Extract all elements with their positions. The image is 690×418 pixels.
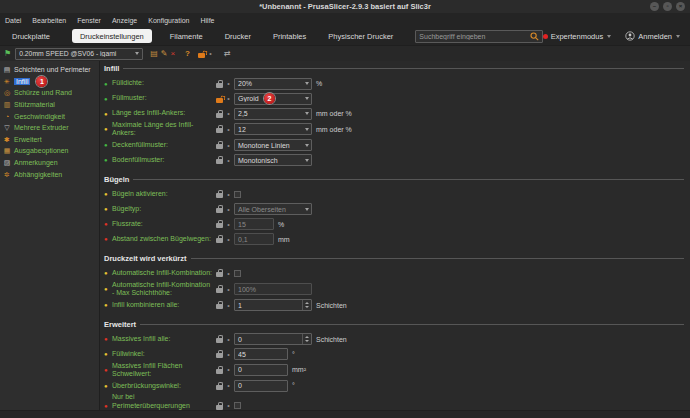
- locked-icon[interactable]: [216, 288, 223, 293]
- search-input[interactable]: [419, 33, 529, 40]
- menu-anzeige[interactable]: Anzeige: [112, 17, 137, 24]
- close-button[interactable]: ×: [676, 2, 685, 11]
- locked-icon[interactable]: [216, 144, 223, 149]
- minimize-button[interactable]: –: [650, 2, 659, 11]
- chevron-down-icon: [305, 97, 309, 100]
- locked-icon[interactable]: [216, 238, 223, 243]
- spinner-infill-kombinieren-alle[interactable]: 1: [234, 299, 312, 311]
- locked-icon[interactable]: [216, 369, 223, 374]
- value-state-dot-icon: ●: [104, 270, 112, 276]
- preset-select[interactable]: 0.20mm SPEED @SV06 - igami: [15, 48, 143, 60]
- tab-filamente[interactable]: Filamente: [170, 32, 203, 41]
- sidebar-item-infill[interactable]: ✳Infill1: [0, 76, 99, 88]
- tab-printables[interactable]: Printables: [273, 32, 306, 41]
- dropdown-fülldichte[interactable]: 20%: [234, 78, 312, 90]
- tab-drucker[interactable]: Drucker: [225, 32, 251, 41]
- save-preset-icon[interactable]: ▤: [150, 50, 158, 58]
- sidebar-item-anmerkungen[interactable]: ▨Anmerkungen: [0, 157, 99, 169]
- sidebar-item-geschwindigkeit[interactable]: ◔Geschwindigkeit: [0, 110, 99, 122]
- sidebar-item-abhängigkeiten[interactable]: ✲Abhängigkeiten: [0, 168, 99, 180]
- section-title: Bügeln: [104, 175, 129, 184]
- preset-flag-icon: ⚑: [4, 50, 11, 58]
- section-divider: [123, 68, 684, 69]
- login-label: Anmelden: [638, 32, 672, 41]
- rename-preset-icon[interactable]: ✎: [161, 50, 168, 58]
- sidebar-item-label: Ausgabeoptionen: [14, 147, 69, 154]
- spinner-down-icon[interactable]: [305, 306, 309, 308]
- spinner-arrows[interactable]: [302, 334, 311, 344]
- locked-icon[interactable]: [216, 193, 223, 198]
- dropdown-maximale-länge-des-infill-ankers[interactable]: 12: [234, 123, 312, 135]
- setting-row-füllwinkel: ●Füllwinkel:•°: [104, 347, 684, 362]
- locked-icon[interactable]: [216, 405, 223, 410]
- locked-icon[interactable]: [216, 385, 223, 390]
- input-automatische-infill-kombination-max-schichthöhe: [234, 283, 312, 295]
- sidebar-item-schichten-und-perimeter[interactable]: ▤Schichten und Perimeter: [0, 64, 99, 76]
- locked-icon[interactable]: [216, 272, 223, 277]
- sidebar-item-mehrere-extruder[interactable]: ▽Mehrere Extruder: [0, 122, 99, 134]
- input-abstand-zwischen-bügelwegen: [234, 233, 274, 245]
- tab-physischer-drucker[interactable]: Physischer Drucker: [328, 32, 393, 41]
- spinner-massives-infill-alle[interactable]: 0: [234, 333, 312, 345]
- locked-icon[interactable]: [216, 113, 223, 118]
- unlocked-icon[interactable]: [216, 98, 223, 103]
- spinner-up-icon[interactable]: [305, 336, 309, 338]
- spinner-down-icon[interactable]: [305, 340, 309, 342]
- sidebar-item-label: Mehrere Extruder: [14, 124, 68, 131]
- tab-druckplatte[interactable]: Druckplatte: [12, 32, 50, 41]
- dropdown-deckenfüllmuster[interactable]: Monotone Linien: [234, 139, 312, 151]
- sidebar-item-stützmaterial[interactable]: ▥Stützmaterial: [0, 99, 99, 111]
- unit-label: °: [292, 351, 295, 358]
- locked-icon[interactable]: [216, 128, 223, 133]
- chevron-down-icon: [305, 82, 309, 85]
- menu-hilfe[interactable]: Hilfe: [201, 17, 215, 24]
- dot-icon: •: [207, 50, 214, 57]
- preset-bar: ⚑ 0.20mm SPEED @SV06 - igami ▤✎×?•⇄: [0, 45, 690, 61]
- unit-label: %: [278, 221, 284, 228]
- locked-icon[interactable]: [216, 83, 223, 88]
- input-überbrückungswinkel[interactable]: [234, 380, 288, 392]
- login-button[interactable]: Anmelden: [625, 31, 680, 41]
- spinner-up-icon[interactable]: [305, 302, 309, 304]
- checkbox-automatische-infill-kombination[interactable]: [234, 270, 241, 277]
- value-state-dot-icon: ●: [104, 367, 112, 373]
- compare-presets-icon[interactable]: ⇄: [224, 50, 231, 58]
- tab-druckeinstellungen[interactable]: Druckeinstellungen: [72, 29, 152, 43]
- dot-icon: •: [225, 157, 232, 164]
- checkbox-nur-bei-perimeterüberquerungen-einziehen[interactable]: [234, 402, 241, 409]
- unit-label: Schichten: [316, 336, 347, 343]
- maximize-button[interactable]: ▫: [663, 2, 672, 11]
- value-state-dot-icon: ●: [104, 96, 112, 102]
- search-box[interactable]: [415, 30, 542, 43]
- section-infill: Infill●Fülldichte:•20%%●Füllmuster:•Gyro…: [104, 64, 684, 168]
- chevron-down-icon: [135, 52, 139, 55]
- checkbox-bügeln-aktivieren[interactable]: [234, 191, 241, 198]
- preset-select-value: 0.20mm SPEED @SV06 - igami: [19, 50, 133, 57]
- value-state-dot-icon: ●: [104, 191, 112, 197]
- locked-icon[interactable]: [216, 223, 223, 228]
- sidebar-item-ausgabeoptionen[interactable]: ▦Ausgabeoptionen: [0, 145, 99, 157]
- sidebar-item-erweitert[interactable]: ✱Erweitert: [0, 134, 99, 146]
- dropdown-länge-des-infill-ankers[interactable]: 2,5: [234, 108, 312, 120]
- value-state-dot-icon: ●: [104, 302, 112, 308]
- locked-icon[interactable]: [216, 304, 223, 309]
- help-icon[interactable]: ?: [185, 50, 190, 58]
- menu-konfiguration[interactable]: Konfiguration: [148, 17, 189, 24]
- menu-datei[interactable]: Datei: [5, 17, 21, 24]
- sidebar-item-schürze-und-rand[interactable]: ◎Schürze und Rand: [0, 87, 99, 99]
- menu-bearbeiten[interactable]: Bearbeiten: [32, 17, 66, 24]
- dropdown-bodenfüllmuster[interactable]: Monotonisch: [234, 154, 312, 166]
- mode-selector[interactable]: Expertenmodus: [543, 32, 612, 41]
- locked-icon[interactable]: [216, 159, 223, 164]
- input-massives-infill-flächen-schwellwert[interactable]: [234, 364, 288, 376]
- lock-icon[interactable]: •: [198, 50, 216, 58]
- locked-icon[interactable]: [216, 353, 223, 358]
- locked-icon[interactable]: [216, 208, 223, 213]
- spinner-arrows[interactable]: [302, 300, 311, 310]
- input-füllwinkel[interactable]: [234, 348, 288, 360]
- locked-icon[interactable]: [216, 338, 223, 343]
- setting-label: Deckenfüllmuster:: [112, 141, 216, 149]
- menu-fenster[interactable]: Fenster: [77, 17, 101, 24]
- delete-preset-icon[interactable]: ×: [170, 50, 175, 58]
- value-state-dot-icon: ●: [104, 206, 112, 212]
